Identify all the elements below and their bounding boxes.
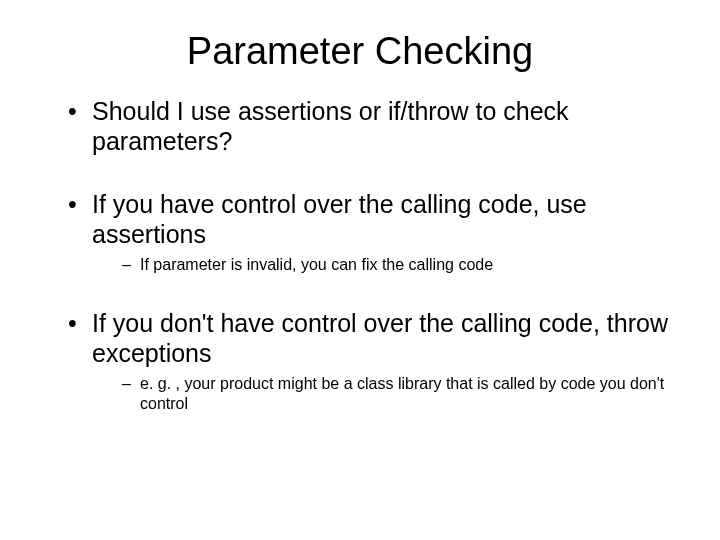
- bullet-text: If you don't have control over the calli…: [92, 309, 668, 367]
- sub-bullet-item: If parameter is invalid, you can fix the…: [122, 255, 672, 275]
- sub-bullet-list: e. g. , your product might be a class li…: [92, 374, 672, 414]
- sub-bullet-item: e. g. , your product might be a class li…: [122, 374, 672, 414]
- bullet-item: Should I use assertions or if/throw to c…: [68, 97, 672, 156]
- sub-bullet-text: e. g. , your product might be a class li…: [140, 375, 664, 412]
- sub-bullet-list: If parameter is invalid, you can fix the…: [92, 255, 672, 275]
- sub-bullet-text: If parameter is invalid, you can fix the…: [140, 256, 493, 273]
- bullet-item: If you don't have control over the calli…: [68, 309, 672, 414]
- bullet-item: If you have control over the calling cod…: [68, 190, 672, 275]
- bullet-text: If you have control over the calling cod…: [92, 190, 587, 248]
- bullet-text: Should I use assertions or if/throw to c…: [92, 97, 569, 155]
- slide-title: Parameter Checking: [0, 30, 720, 73]
- slide: Parameter Checking Should I use assertio…: [0, 0, 720, 540]
- bullet-list: Should I use assertions or if/throw to c…: [0, 97, 720, 414]
